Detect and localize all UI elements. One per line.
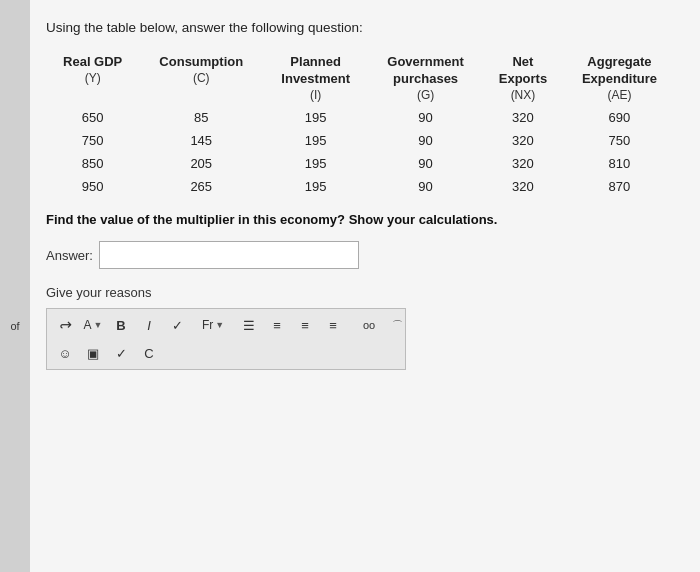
cell-g-2: 90 <box>368 129 483 152</box>
find-value-text: Find the value of the multiplier in this… <box>46 212 676 227</box>
font-a-arrow: ▼ <box>94 320 103 330</box>
cell-y-1: 650 <box>46 106 139 129</box>
table-row: 850 205 195 90 320 810 <box>46 152 676 175</box>
list-button-4[interactable]: ≡ <box>321 313 345 337</box>
undo-button[interactable]: ↩ <box>53 313 77 337</box>
cell-g-1: 90 <box>368 106 483 129</box>
cell-c-2: 145 <box>139 129 263 152</box>
page-wrapper: of Using the table below, answer the fol… <box>0 0 700 572</box>
question-header: Using the table below, answer the follow… <box>46 20 676 35</box>
cell-nx-4: 320 <box>483 175 563 198</box>
cell-y-3: 850 <box>46 152 139 175</box>
answer-input[interactable] <box>99 241 359 269</box>
link-button[interactable]: oo <box>357 313 381 337</box>
cell-ae-3: 810 <box>563 152 676 175</box>
table-row: 950 265 195 90 320 870 <box>46 175 676 198</box>
cell-i-1: 195 <box>263 106 368 129</box>
toolbar-row-2: ☺ ▣ ✓ C <box>53 341 399 365</box>
cell-g-4: 90 <box>368 175 483 198</box>
checkmark-button[interactable]: ✓ <box>109 341 133 365</box>
font-fr-dropdown[interactable]: Fr ▼ <box>201 313 225 337</box>
cell-ae-1: 690 <box>563 106 676 129</box>
cell-i-4: 195 <box>263 175 368 198</box>
left-label: of <box>0 0 30 572</box>
table-header-row: Real GDP (Y) Consumption (C) Planned Inv… <box>46 51 676 106</box>
cell-c-4: 265 <box>139 175 263 198</box>
main-content: Using the table below, answer the follow… <box>30 0 700 572</box>
cell-nx-3: 320 <box>483 152 563 175</box>
font-fr-arrow: ▼ <box>215 320 224 330</box>
table-row: 750 145 195 90 320 750 <box>46 129 676 152</box>
list-button-1[interactable]: ☰ <box>237 313 261 337</box>
cell-y-4: 950 <box>46 175 139 198</box>
col-header-real-gdp: Real GDP (Y) <box>46 51 139 106</box>
font-fr-label: Fr <box>202 318 213 332</box>
list-button-3[interactable]: ≡ <box>293 313 317 337</box>
bold-button[interactable]: B <box>109 313 133 337</box>
answer-label: Answer: <box>46 248 93 263</box>
italic-button[interactable]: I <box>137 313 161 337</box>
cell-g-3: 90 <box>368 152 483 175</box>
check-button[interactable]: ✓ <box>165 313 189 337</box>
cell-ae-4: 870 <box>563 175 676 198</box>
col-header-investment: Planned Investment (I) <box>263 51 368 106</box>
font-a-label: A <box>84 318 92 332</box>
toolbar-row-1: ↩ A ▼ B I ✓ Fr ▼ ☰ ≡ ≡ ≡ oo <box>53 313 399 337</box>
cell-c-3: 205 <box>139 152 263 175</box>
col-header-aggregate: Aggregate Expenditure (AE) <box>563 51 676 106</box>
cell-c-1: 85 <box>139 106 263 129</box>
give-reasons-label: Give your reasons <box>46 285 676 300</box>
data-table: Real GDP (Y) Consumption (C) Planned Inv… <box>46 51 676 198</box>
table-row: 650 85 195 90 320 690 <box>46 106 676 129</box>
of-text: of <box>10 320 19 332</box>
curve-button[interactable]: ⌒ <box>385 313 409 337</box>
table-section: Real GDP (Y) Consumption (C) Planned Inv… <box>46 51 676 198</box>
image-button[interactable]: ▣ <box>81 341 105 365</box>
cell-i-3: 195 <box>263 152 368 175</box>
c-button[interactable]: C <box>137 341 161 365</box>
table-body: 650 85 195 90 320 690 750 145 195 90 320… <box>46 106 676 198</box>
cell-y-2: 750 <box>46 129 139 152</box>
cell-i-2: 195 <box>263 129 368 152</box>
col-header-net-exports: Net Exports (NX) <box>483 51 563 106</box>
font-a-dropdown[interactable]: A ▼ <box>81 313 105 337</box>
toolbar: ↩ A ▼ B I ✓ Fr ▼ ☰ ≡ ≡ ≡ oo <box>46 308 406 370</box>
col-header-government: Government purchases (G) <box>368 51 483 106</box>
list-button-2[interactable]: ≡ <box>265 313 289 337</box>
cell-nx-2: 320 <box>483 129 563 152</box>
answer-section: Answer: <box>46 241 676 269</box>
cell-nx-1: 320 <box>483 106 563 129</box>
col-header-consumption: Consumption (C) <box>139 51 263 106</box>
emoji-button[interactable]: ☺ <box>53 341 77 365</box>
cell-ae-2: 750 <box>563 129 676 152</box>
